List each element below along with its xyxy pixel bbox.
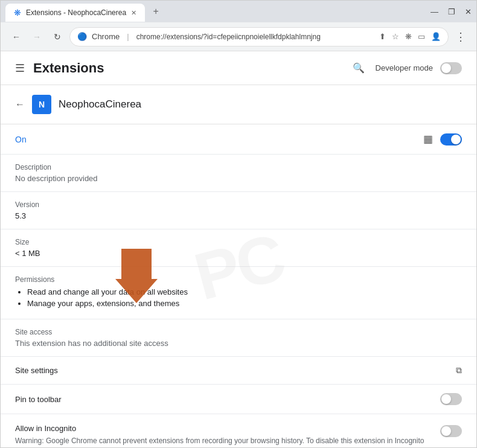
extension-header: ← N NeophocaCinerea: [1, 85, 476, 124]
enable-toggle-knob: [451, 135, 461, 144]
permissions-list: Read and change all your data on all web…: [15, 287, 462, 308]
page-title: Extensions: [33, 60, 104, 76]
sidebar-toggle-icon[interactable]: ▭: [418, 32, 425, 41]
site-settings-row[interactable]: Site settings ⧉: [1, 357, 476, 385]
incognito-toggle-knob: [441, 426, 451, 436]
hamburger-menu-button[interactable]: ☰: [15, 62, 25, 75]
extension-name: NeophocaCinerea: [59, 98, 141, 110]
extension-icon: N: [32, 95, 51, 114]
share-icon[interactable]: ⬆: [379, 32, 386, 41]
toggle-knob: [441, 63, 451, 73]
active-tab[interactable]: ❋ Extensions - NeophocaCinerea ✕: [5, 4, 145, 22]
permission-item-2: Manage your apps, extensions, and themes: [27, 299, 462, 308]
content-area: ☰ Extensions 🔍 Developer mode PC: [1, 51, 476, 447]
back-to-extensions-button[interactable]: ←: [15, 99, 25, 110]
site-access-value: This extension has no additional site ac…: [15, 339, 462, 348]
pin-label: Pin to toolbar: [15, 395, 431, 404]
minimize-button[interactable]: —: [431, 7, 438, 16]
tab-label: Extensions - NeophocaCinerea: [26, 8, 126, 17]
close-button[interactable]: ✕: [465, 7, 472, 16]
page-header: ☰ Extensions 🔍 Developer mode: [1, 51, 476, 85]
incognito-warning: Warning: Google Chrome cannot prevent ex…: [15, 435, 431, 447]
forward-button[interactable]: →: [28, 28, 45, 45]
on-status-label: On: [15, 135, 27, 144]
window-controls: — ❐ ✕: [431, 1, 472, 22]
size-label: Size: [15, 238, 462, 246]
back-button[interactable]: ←: [8, 28, 25, 45]
size-value: < 1 MB: [15, 249, 462, 258]
title-bar: ❋ Extensions - NeophocaCinerea ✕ + — ❐ ✕: [1, 1, 476, 22]
toolbar: ← → ↻ 🔵 Chrome | chrome://extensions/?id…: [1, 22, 476, 51]
browser-window: ❋ Extensions - NeophocaCinerea ✕ + — ❐ ✕…: [0, 0, 477, 448]
protocol-icon: 🔵: [77, 32, 87, 41]
incognito-label-area: Allow in Incognito Warning: Google Chrom…: [15, 424, 440, 447]
description-label: Description: [15, 163, 462, 171]
permissions-label: Permissions: [15, 275, 462, 284]
pin-to-toolbar-row: Pin to toolbar: [1, 385, 476, 414]
page-header-right: 🔍 Developer mode: [349, 59, 462, 78]
permission-item-1: Read and change all your data on all web…: [27, 287, 462, 296]
pin-label-area: Pin to toolbar: [15, 395, 440, 404]
page-layout: ☰ Extensions 🔍 Developer mode PC: [1, 51, 476, 447]
incognito-label: Allow in Incognito: [15, 424, 431, 433]
on-off-row: On ▦: [1, 124, 476, 155]
incognito-row: Allow in Incognito Warning: Google Chrom…: [1, 414, 476, 447]
developer-mode-label: Developer mode: [376, 63, 433, 72]
reload-button[interactable]: ↻: [49, 28, 66, 45]
size-section: Size < 1 MB: [1, 229, 476, 267]
address-bar[interactable]: 🔵 Chrome | chrome://extensions/?id=cfepe…: [69, 27, 449, 46]
site-access-label: Site access: [15, 328, 462, 336]
search-button[interactable]: 🔍: [349, 59, 368, 78]
developer-mode-toggle[interactable]: [440, 62, 462, 74]
new-tab-button[interactable]: +: [147, 3, 164, 20]
on-row-right: ▦: [423, 133, 462, 146]
address-domain: Chrome: [92, 32, 120, 41]
permissions-section: Permissions Read and change all your dat…: [1, 267, 476, 319]
address-separator: |: [127, 32, 129, 41]
restore-button[interactable]: ❐: [448, 7, 455, 16]
profile-icon[interactable]: 👤: [431, 32, 441, 41]
bookmark-icon[interactable]: ☆: [392, 32, 399, 41]
version-value: 5.3: [15, 211, 462, 220]
extensions-icon[interactable]: ❋: [405, 32, 412, 41]
address-path: chrome://extensions/?id=cfepeiicnpnoiele…: [136, 33, 321, 41]
extension-enable-toggle[interactable]: [440, 133, 462, 146]
version-label: Version: [15, 200, 462, 209]
site-access-section: Site access This extension has no additi…: [1, 319, 476, 357]
description-value: No description provided: [15, 174, 462, 183]
pin-toggle[interactable]: [440, 393, 462, 405]
detail-panel: PC ← N NeophocaCinerea On ▦: [1, 85, 476, 447]
grid-view-icon[interactable]: ▦: [423, 133, 433, 146]
menu-button[interactable]: ⋮: [452, 28, 469, 45]
external-link-icon[interactable]: ⧉: [456, 365, 462, 376]
description-section: Description No description provided: [1, 155, 476, 192]
address-right-icons: ⬆ ☆ ❋ ▭ 👤: [379, 32, 441, 41]
incognito-toggle[interactable]: [440, 425, 462, 437]
pin-toggle-knob: [441, 394, 451, 404]
tab-extension-icon: ❋: [14, 8, 21, 18]
tab-close-button[interactable]: ✕: [131, 9, 136, 17]
extension-icon-letter: N: [39, 100, 45, 109]
version-section: Version 5.3: [1, 192, 476, 229]
site-settings-label: Site settings: [15, 366, 58, 375]
